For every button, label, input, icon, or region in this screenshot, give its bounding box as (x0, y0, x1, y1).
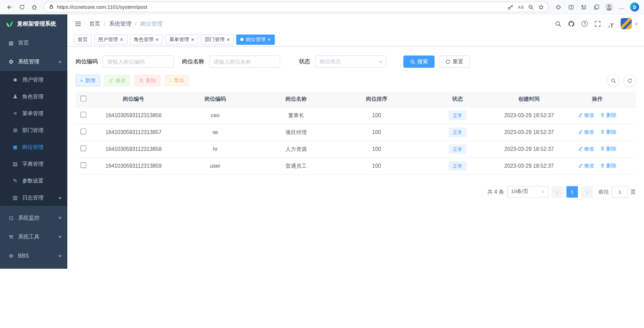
sidebar-item-dict-management[interactable]: ▤字典管理 (0, 155, 67, 172)
close-icon[interactable]: × (191, 37, 194, 42)
table-tools (607, 74, 636, 87)
back-icon[interactable] (3, 1, 16, 13)
search-icon[interactable] (553, 19, 563, 29)
globe-icon: ⊕ (8, 253, 14, 259)
next-page-button[interactable]: › (581, 186, 592, 197)
sidebar-item-system-management[interactable]: ⚙系统管理∧ (0, 52, 67, 71)
delete-button[interactable]: 删除 (134, 75, 161, 86)
edit-button[interactable]: 修改 (104, 75, 130, 86)
tab-部门管理[interactable]: 部门管理× (201, 34, 234, 45)
close-icon[interactable]: × (156, 37, 159, 42)
prev-page-button[interactable]: ‹ (552, 186, 563, 197)
tab-岗位管理[interactable]: 岗位管理× (236, 34, 275, 45)
delete-link[interactable]: 删除 (600, 112, 617, 119)
post-name-input[interactable] (209, 56, 280, 68)
sidebar-item-system-tools[interactable]: ⚒系统工具∨ (0, 227, 67, 246)
status-select[interactable]: 岗位状态 ∨ (315, 56, 386, 68)
tab-菜单管理[interactable]: 菜单管理× (165, 34, 198, 45)
briefcase-icon: ▣ (12, 144, 19, 150)
github-icon[interactable] (567, 19, 576, 29)
browser-menu-icon[interactable]: … (616, 1, 628, 13)
chevron-down-icon: ∨ (58, 254, 62, 258)
search-button[interactable]: 搜索 (403, 56, 435, 68)
edit-link[interactable]: 修改 (578, 129, 595, 136)
cell-post-code: se (176, 124, 255, 140)
address-bar[interactable]: https://ccnetcore.com:1101/system/post A (43, 2, 549, 12)
edit-link[interactable]: 修改 (578, 145, 595, 153)
sidebar-item-erp[interactable]: ⊛ERP∨ (0, 265, 67, 269)
sidebar-item-bbs[interactable]: ⊕BBS∨ (0, 246, 67, 265)
sidebar-item-menu-management[interactable]: ≡菜单管理 (0, 105, 67, 122)
goto-page-input[interactable] (612, 186, 628, 197)
edit-link[interactable]: 修改 (578, 112, 595, 119)
page-size-select[interactable]: 10条/页 ∨ (507, 186, 548, 197)
split-screen-icon[interactable] (565, 1, 577, 13)
row-checkbox[interactable] (80, 129, 86, 134)
delete-link[interactable]: 删除 (600, 162, 617, 169)
chevron-down-icon: ∨ (379, 60, 383, 64)
reset-button[interactable]: 重置 (439, 56, 470, 68)
tab-角色管理[interactable]: 角色管理× (130, 34, 163, 45)
main-area: 首页/系统管理/岗位管理 ? тT ∨ 首页用户管理×角色管理×菜单管理×部门管… (67, 14, 644, 269)
profile-avatar-icon[interactable] (603, 1, 615, 13)
close-icon[interactable]: × (120, 37, 123, 42)
tab-label: 菜单管理 (169, 36, 189, 43)
sidebar-item-log-management[interactable]: ▥日志管理∨ (0, 189, 67, 206)
favorites-bar-icon[interactable] (577, 1, 590, 13)
read-aloud-icon[interactable]: A (515, 1, 525, 13)
breadcrumb-item[interactable]: 首页 (89, 20, 100, 27)
password-key-icon[interactable] (505, 1, 515, 13)
help-icon[interactable]: ? (580, 19, 589, 29)
fullscreen-icon[interactable] (593, 19, 603, 29)
sidebar-item-param-settings[interactable]: ✎参数设置 (0, 172, 67, 189)
row-checkbox[interactable] (80, 162, 86, 168)
table-row: 1641030593112313857se项目经理100正常2023-03-29… (75, 124, 636, 140)
breadcrumb-item[interactable]: 系统管理 (109, 20, 131, 27)
cell-post-id: 1641030593112313856 (91, 107, 176, 124)
add-button[interactable]: +新增 (75, 75, 100, 86)
tab-label: 部门管理 (205, 36, 225, 43)
tab-首页[interactable]: 首页 (73, 34, 92, 45)
row-checkbox[interactable] (80, 145, 86, 151)
bing-icon[interactable]: b (629, 1, 641, 13)
table-row: 1641030593112313856ceo董事长100正常2023-03-29… (75, 107, 636, 124)
sidebar-item-home[interactable]: ▦首页 (0, 33, 67, 52)
home-icon[interactable] (28, 1, 40, 13)
sidebar-item-dept-management[interactable]: ⊞部门管理 (0, 122, 67, 138)
delete-link[interactable]: 删除 (600, 145, 617, 153)
sidebar-item-post-management[interactable]: ▣岗位管理 (0, 138, 67, 155)
collections-icon[interactable] (590, 1, 603, 13)
select-all-checkbox[interactable] (80, 96, 86, 101)
row-checkbox[interactable] (80, 112, 86, 118)
avatar-caret-icon[interactable]: ∨ (635, 22, 639, 26)
close-icon[interactable]: × (268, 37, 271, 42)
cell-post-id: 1641030593112313859 (91, 157, 176, 174)
close-icon[interactable]: × (227, 37, 230, 42)
cell-created-time: 2023-03-29 18:52:37 (500, 107, 559, 124)
export-button[interactable]: ↓导出 (165, 75, 189, 86)
post-code-label: 岗位编码 (75, 58, 103, 65)
breadcrumb-separator: / (135, 21, 137, 27)
refresh-icon[interactable] (15, 1, 28, 13)
edit-link[interactable]: 修改 (578, 162, 595, 169)
refresh-table-icon[interactable] (623, 74, 636, 87)
sidebar-toggle-icon[interactable] (73, 19, 82, 28)
sidebar-item-label: 用户管理 (22, 76, 43, 83)
sidebar-item-label: 系统管理 (18, 58, 39, 65)
font-size-icon[interactable]: тT (606, 19, 616, 29)
sidebar-item-user-management[interactable]: ☻用户管理 (0, 71, 67, 88)
zoom-out-icon[interactable] (526, 1, 536, 13)
post-code-input[interactable] (103, 56, 174, 68)
monitor-icon: ⊡ (8, 215, 14, 221)
user-avatar[interactable] (621, 18, 632, 29)
delete-link[interactable]: 删除 (600, 129, 617, 136)
toggle-search-icon[interactable] (607, 74, 619, 87)
tab-用户管理[interactable]: 用户管理× (94, 34, 127, 45)
status-badge: 正常 (449, 161, 466, 170)
sidebar-item-system-monitor[interactable]: ⊡系统监控∨ (0, 208, 67, 227)
page-number-1[interactable]: 1 (567, 186, 578, 197)
sidebar-item-role-management[interactable]: ♟角色管理 (0, 88, 67, 105)
extensions-puzzle-icon[interactable] (552, 1, 565, 13)
favorite-star-icon[interactable] (536, 1, 546, 13)
app-logo[interactable]: 意框架管理系统 (0, 14, 67, 33)
